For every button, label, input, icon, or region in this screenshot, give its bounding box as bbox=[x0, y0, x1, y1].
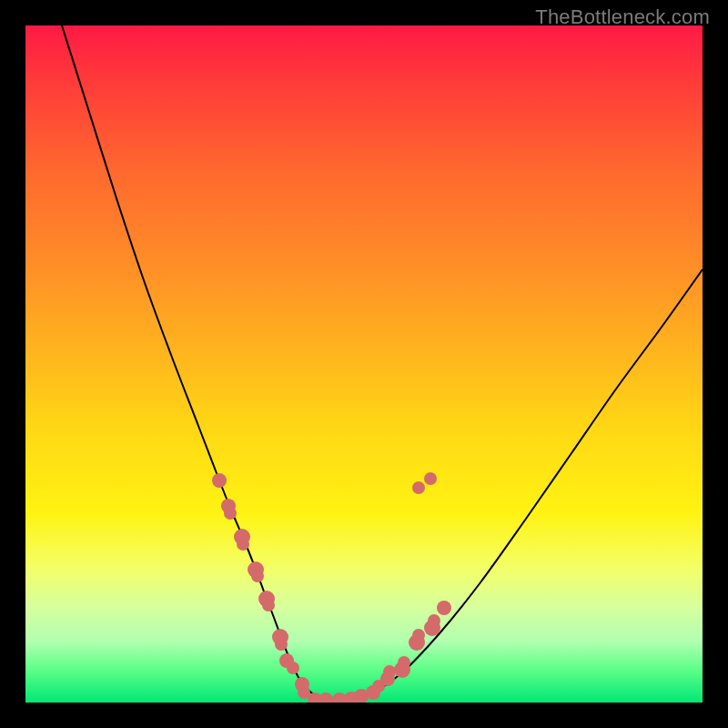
watermark-text: TheBottleneck.com bbox=[535, 5, 710, 29]
marker-dot bbox=[318, 693, 333, 703]
marker-dot bbox=[275, 638, 288, 651]
marker-dot bbox=[424, 472, 437, 485]
marker-dot bbox=[237, 538, 249, 551]
chart-area bbox=[25, 25, 703, 703]
marker-dot bbox=[287, 662, 299, 674]
marker-dot bbox=[437, 601, 451, 615]
marker-dot bbox=[383, 665, 396, 678]
marker-dot bbox=[398, 656, 410, 669]
main-curve-path bbox=[62, 25, 703, 702]
marker-dot bbox=[224, 507, 237, 520]
marker-dot bbox=[251, 570, 264, 582]
chart-svg bbox=[25, 25, 703, 703]
marker-dot bbox=[212, 473, 227, 488]
marker-dot bbox=[412, 481, 425, 494]
marker-dot bbox=[262, 599, 275, 612]
marker-dot bbox=[412, 629, 425, 642]
curve-markers bbox=[212, 472, 451, 703]
marker-dot bbox=[428, 614, 440, 627]
